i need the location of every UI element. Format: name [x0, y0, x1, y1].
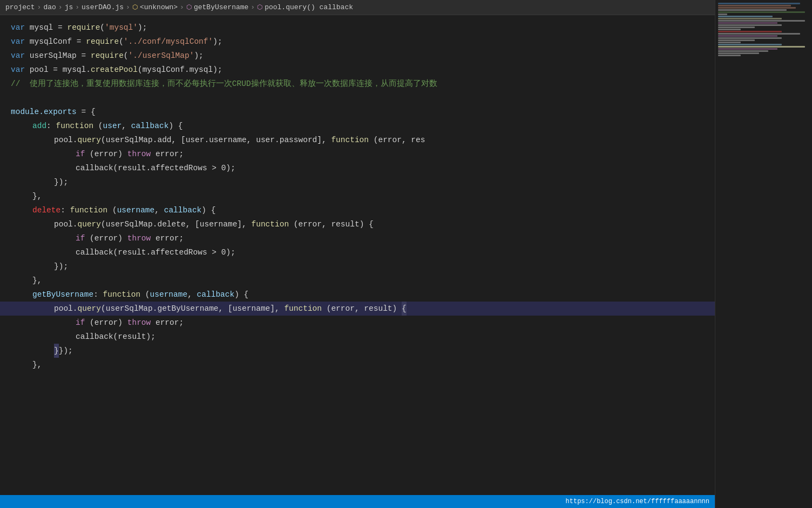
code-line: if (error) throw error;: [0, 231, 715, 245]
code-line: });: [0, 175, 715, 189]
breadcrumb-sep-3: ›: [75, 3, 79, 11]
mini-line: [718, 26, 755, 28]
code-line-highlighted: pool. query (userSqlMap.getByUsername, […: [0, 302, 715, 316]
code-line: var pool = mysql. createPool (mysqlConf.…: [0, 63, 715, 77]
mini-line: [718, 14, 727, 15]
breadcrumb-symbol-icon: ⬡: [132, 3, 138, 11]
code-line: callback(result.affectedRows > 0);: [0, 245, 715, 259]
editor-container: project › dao › js › userDAO.js › ⬡ <unk…: [0, 0, 812, 508]
mini-line: [718, 22, 777, 24]
mini-line: [718, 7, 796, 9]
code-line-highlighted-close: } });: [0, 344, 715, 358]
mini-line: [718, 37, 782, 39]
mini-line: [718, 33, 800, 35]
code-line: pool. query (userSqlMap.add, [user.usern…: [0, 133, 715, 147]
mini-line: [718, 50, 768, 52]
breadcrumb-sep-5: ›: [180, 3, 184, 11]
breadcrumb: project › dao › js › userDAO.js › ⬡ <unk…: [0, 0, 715, 15]
mini-line: [718, 46, 805, 48]
breadcrumb-func-icon-2: ⬡: [257, 3, 262, 11]
mini-line: [718, 3, 800, 4]
mini-line: [718, 16, 773, 17]
mini-line: [718, 31, 782, 32]
code-line: });: [0, 259, 715, 273]
code-line: getByUsername : function ( username , ca…: [0, 288, 715, 302]
mini-line: [718, 44, 782, 45]
code-line: module.exports = {: [0, 105, 715, 119]
mini-line: [718, 9, 787, 11]
status-bar: https://blog.csdn.net/ffffffaaaaannnn: [0, 495, 715, 508]
mini-line: [718, 20, 805, 22]
mini-line: [718, 24, 782, 26]
mini-line: [718, 29, 741, 30]
code-line: [0, 91, 715, 105]
mini-line: [718, 42, 741, 43]
breadcrumb-sep-4: ›: [126, 3, 130, 11]
keyword-var: var: [11, 21, 25, 35]
code-line: pool. query (userSqlMap.delete, [usernam…: [0, 217, 715, 231]
code-line: delete : function ( username , callback …: [0, 203, 715, 217]
breadcrumb-callback[interactable]: pool.query() callback: [265, 3, 353, 11]
code-line: },: [0, 358, 715, 372]
mini-line: [718, 11, 805, 13]
breadcrumb-func-icon-1: ⬡: [186, 3, 192, 11]
breadcrumb-getbyusername[interactable]: getByUsername: [194, 3, 248, 11]
code-line: add : function ( user , callback ) {: [0, 119, 715, 133]
mini-line: [718, 55, 741, 56]
status-url: https://blog.csdn.net/ffffffaaaaannnn: [566, 498, 709, 505]
minimap: [715, 0, 812, 508]
code-content: var mysql = require ( 'mysql' ); var mys…: [0, 15, 715, 495]
breadcrumb-sep-1: ›: [37, 3, 42, 11]
code-line: },: [0, 189, 715, 203]
mini-line: [718, 48, 777, 50]
breadcrumb-js[interactable]: js: [65, 3, 73, 11]
code-line: var mysql = require ( 'mysql' );: [0, 21, 715, 35]
code-line: var mysqlConf = require ( '../conf/mysql…: [0, 35, 715, 49]
code-line: // 使用了连接池，重复使用数据库连接，而不必每执行一次CRUD操作就获取、释放…: [0, 77, 715, 91]
code-line: callback(result);: [0, 330, 715, 344]
code-line: if (error) throw error;: [0, 316, 715, 330]
code-line: var userSqlMap = require ( './userSqlMap…: [0, 49, 715, 63]
breadcrumb-project[interactable]: project: [5, 3, 35, 11]
mini-line: [718, 18, 782, 19]
breadcrumb-file[interactable]: userDAO.js: [82, 3, 124, 11]
mini-line: [718, 39, 755, 41]
code-line: },: [0, 273, 715, 288]
code-line: if (error) throw error;: [0, 147, 715, 161]
minimap-content: [715, 0, 812, 59]
mini-line: [718, 35, 777, 37]
breadcrumb-unknown[interactable]: <unknown>: [140, 3, 178, 11]
code-line: callback(result.affectedRows > 0);: [0, 161, 715, 175]
breadcrumb-sep-6: ›: [251, 3, 255, 11]
breadcrumb-dao[interactable]: dao: [43, 3, 56, 11]
mini-line: [718, 52, 759, 54]
mini-line: [718, 5, 791, 6]
breadcrumb-sep-2: ›: [58, 3, 63, 11]
code-editor: project › dao › js › userDAO.js › ⬡ <unk…: [0, 0, 715, 508]
